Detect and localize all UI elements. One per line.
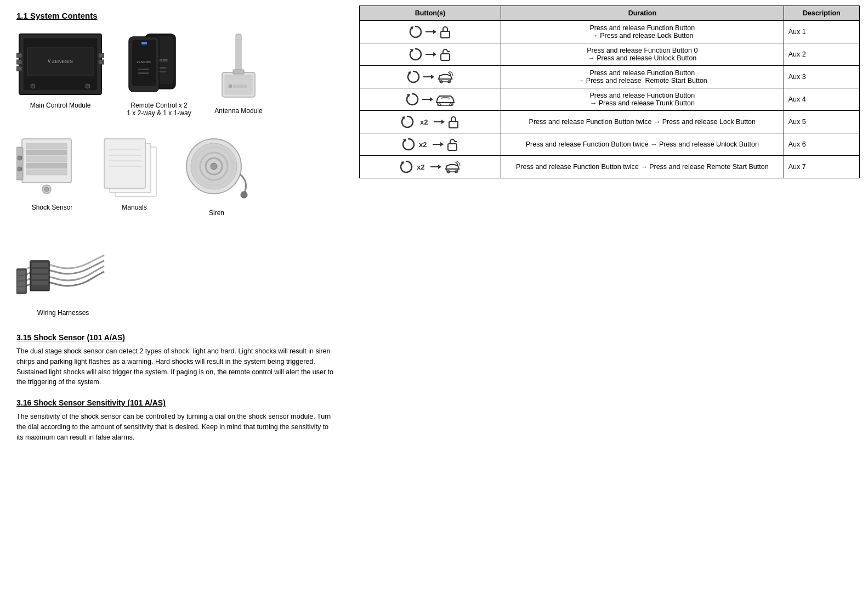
shock-sensor-label: Shock Sensor bbox=[32, 204, 73, 211]
siren-img bbox=[181, 133, 252, 205]
svg-point-35 bbox=[18, 156, 22, 160]
table-row: Press and release Function Button→ Press… bbox=[360, 88, 860, 111]
svg-point-52 bbox=[241, 192, 247, 198]
buttons-cell-aux4 bbox=[360, 88, 501, 111]
desc-cell-aux1: Aux 1 bbox=[784, 21, 859, 43]
arrow-icon bbox=[426, 50, 436, 59]
function-button-icon bbox=[405, 92, 420, 107]
svg-rect-59 bbox=[32, 263, 48, 267]
shock-sensitivity-text-section: 3.16 Shock Sensor Sensitivity (101 A/AS)… bbox=[16, 398, 334, 442]
svg-marker-74 bbox=[431, 75, 434, 79]
function-button-icon bbox=[406, 69, 421, 85]
table-row: Press and release Function Button→ Press… bbox=[360, 21, 860, 43]
arrow-icon bbox=[423, 72, 434, 81]
duration-cell-aux7: Press and release Function Button twice … bbox=[501, 156, 784, 178]
svg-rect-31 bbox=[26, 156, 67, 162]
buttons-cell-aux7: x2 bbox=[360, 156, 501, 178]
table-row: x2 bbox=[360, 156, 860, 178]
remote-start-button-icon bbox=[444, 160, 461, 173]
icon-row-aux5: x2 bbox=[364, 114, 496, 130]
bottom-components-row: Wiring Harnesses bbox=[16, 233, 334, 317]
siren-label: Siren bbox=[209, 209, 224, 217]
section-title: 1.1 System Contents bbox=[16, 11, 334, 20]
svg-text:x2: x2 bbox=[420, 118, 428, 126]
manuals-img bbox=[99, 133, 170, 199]
svg-text:x2: x2 bbox=[419, 140, 427, 149]
shock-sensitivity-paragraph: The sensitivity of the shock sensor can … bbox=[16, 412, 334, 442]
unlock-button-icon bbox=[446, 137, 459, 152]
main-control-module-label: Main Control Module bbox=[30, 102, 91, 109]
x2-icon: x2 bbox=[418, 139, 430, 149]
icon-row-aux1 bbox=[364, 24, 496, 40]
shock-sensitivity-section-title: 3.16 Shock Sensor Sensitivity (101 A/AS) bbox=[16, 398, 334, 407]
buttons-cell-aux1 bbox=[360, 21, 501, 43]
svg-rect-25 bbox=[233, 70, 244, 74]
duration-cell-aux5: Press and release Function Button twice … bbox=[501, 111, 784, 133]
svg-point-51 bbox=[211, 163, 217, 170]
svg-point-83 bbox=[450, 104, 452, 106]
remote-control-label: Remote Control x 21 x 2-way & 1 x 1-way bbox=[127, 102, 191, 117]
shock-sensor-text-section: 3.15 Shock Sensor (101 A/AS) The dual st… bbox=[16, 333, 334, 387]
desc-cell-aux7: Aux 7 bbox=[784, 156, 859, 178]
function-button-icon bbox=[401, 137, 416, 152]
svg-rect-41 bbox=[104, 139, 145, 188]
svg-rect-6 bbox=[16, 66, 22, 71]
function-button-icon bbox=[408, 24, 423, 40]
svg-marker-69 bbox=[433, 52, 436, 57]
icon-row-aux4 bbox=[364, 92, 496, 107]
duration-cell-aux6: Press and release Function Button twice … bbox=[501, 133, 784, 156]
svg-point-36 bbox=[18, 167, 22, 171]
svg-point-9 bbox=[31, 84, 35, 88]
svg-rect-29 bbox=[26, 143, 67, 149]
svg-rect-8 bbox=[99, 60, 104, 64]
svg-marker-88 bbox=[441, 120, 445, 124]
left-panel: 1.1 System Contents // ZENESIS bbox=[0, 0, 351, 591]
right-panel: Button(s) Duration Description bbox=[351, 0, 868, 591]
col-duration: Duration bbox=[501, 6, 784, 21]
svg-rect-89 bbox=[449, 121, 458, 128]
desc-cell-aux3: Aux 3 bbox=[784, 66, 859, 88]
svg-marker-80 bbox=[430, 97, 433, 102]
svg-rect-60 bbox=[32, 269, 48, 273]
page-container: 1.1 System Contents // ZENESIS bbox=[0, 0, 868, 591]
svg-rect-5 bbox=[16, 60, 22, 64]
unlock-button-icon bbox=[439, 47, 452, 62]
duration-cell-aux2: Press and release Function Button 0→ Pre… bbox=[501, 43, 784, 66]
function-button-icon bbox=[399, 159, 414, 175]
svg-point-26 bbox=[229, 85, 232, 88]
svg-marker-99 bbox=[438, 165, 441, 169]
x2-icon: x2 bbox=[416, 162, 428, 172]
wiring-harnesses-img bbox=[16, 233, 110, 305]
component-antenna-module: Antenna Module bbox=[214, 31, 263, 117]
icon-row-aux2 bbox=[364, 47, 496, 62]
top-components-row: // ZENESIS Main Control Module bbox=[16, 31, 334, 117]
svg-rect-20 bbox=[138, 69, 149, 70]
aux-table: Button(s) Duration Description bbox=[359, 5, 860, 178]
arrow-icon bbox=[430, 162, 441, 171]
svg-rect-21 bbox=[138, 72, 149, 74]
manuals-label: Manuals bbox=[122, 204, 146, 211]
duration-cell-aux3: Press and release Function Button→ Press… bbox=[501, 66, 784, 88]
antenna-module-img bbox=[214, 31, 263, 103]
remote-start-button-icon bbox=[436, 70, 454, 83]
lock-button-icon bbox=[447, 114, 460, 130]
component-shock-sensor: Shock Sensor bbox=[16, 133, 88, 217]
icon-row-aux3 bbox=[364, 69, 496, 85]
component-main-control-module: // ZENESIS Main Control Module bbox=[16, 31, 104, 117]
desc-cell-aux4: Aux 4 bbox=[784, 88, 859, 111]
middle-components-row: Shock Sensor bbox=[16, 133, 334, 217]
svg-rect-61 bbox=[32, 275, 48, 279]
svg-rect-4 bbox=[16, 53, 22, 58]
arrow-icon bbox=[422, 95, 433, 104]
svg-point-38 bbox=[44, 187, 49, 192]
svg-point-82 bbox=[439, 104, 441, 106]
buttons-cell-aux3 bbox=[360, 66, 501, 88]
table-row: Press and release Function Button 0→ Pre… bbox=[360, 43, 860, 66]
component-siren: Siren bbox=[181, 133, 252, 217]
buttons-cell-aux5: x2 bbox=[360, 111, 501, 133]
svg-text:// ZENESIS: // ZENESIS bbox=[48, 59, 73, 64]
svg-rect-34 bbox=[16, 147, 23, 180]
duration-cell-aux1: Press and release Function Button→ Press… bbox=[501, 21, 784, 43]
lock-button-icon bbox=[439, 24, 452, 40]
arrow-icon bbox=[426, 27, 436, 36]
